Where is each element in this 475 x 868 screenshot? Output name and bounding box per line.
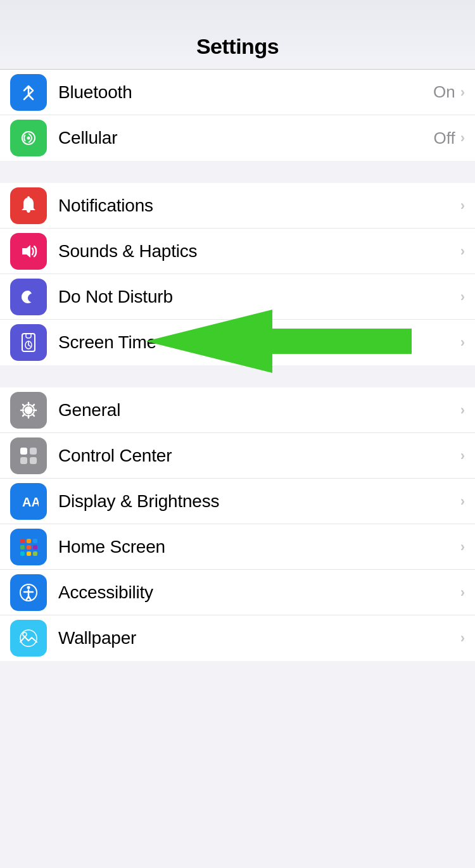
svg-rect-23 [20, 551, 25, 556]
svg-point-29 [23, 632, 27, 636]
wallpaper-chevron: › [460, 630, 465, 646]
svg-rect-12 [20, 448, 27, 455]
sounds-label: Sounds & Haptics [58, 241, 460, 261]
svg-rect-21 [27, 545, 31, 550]
svg-rect-24 [27, 551, 31, 556]
sounds-chevron: › [460, 243, 465, 260]
bluetooth-value: On [433, 82, 455, 102]
settings-row-notifications[interactable]: Notifications › [0, 183, 475, 229]
notifications-icon [10, 187, 47, 224]
page-header: Settings [0, 0, 475, 70]
svg-rect-2 [27, 196, 30, 199]
settings-row-wallpaper[interactable]: Wallpaper › [0, 615, 475, 661]
divider-1 [0, 161, 475, 183]
settings-row-dnd[interactable]: Do Not Disturb › [0, 274, 475, 320]
display-icon: AA [10, 483, 47, 520]
controlcenter-icon [10, 437, 47, 474]
settings-row-homescreen[interactable]: Home Screen › [0, 524, 475, 570]
display-label: Display & Brightness [58, 491, 460, 512]
screentime-chevron: › [460, 334, 465, 351]
dnd-label: Do Not Disturb [58, 287, 460, 307]
accessibility-label: Accessibility [58, 582, 460, 603]
bottom-padding [0, 661, 475, 686]
settings-row-bluetooth[interactable]: Bluetooth On › [0, 70, 475, 115]
wallpaper-label: Wallpaper [58, 628, 460, 648]
wallpaper-icon [10, 620, 47, 657]
general-label: General [58, 400, 460, 420]
svg-rect-15 [30, 457, 37, 464]
screentime-label: Screen Time [58, 332, 460, 353]
controlcenter-chevron: › [460, 448, 465, 464]
sounds-icon [10, 233, 47, 270]
svg-rect-22 [33, 545, 37, 550]
settings-row-controlcenter[interactable]: Control Center › [0, 433, 475, 479]
svg-point-28 [20, 630, 37, 646]
settings-row-sounds[interactable]: Sounds & Haptics › [0, 229, 475, 274]
homescreen-icon [10, 529, 47, 565]
svg-rect-13 [30, 448, 37, 455]
page-title: Settings [196, 34, 279, 58]
svg-marker-3 [22, 245, 30, 258]
bluetooth-label: Bluetooth [58, 82, 433, 103]
general-icon [10, 392, 47, 429]
dnd-icon [10, 279, 47, 315]
display-chevron: › [460, 493, 465, 510]
screentime-icon [10, 324, 47, 361]
svg-rect-18 [27, 539, 31, 543]
cellular-icon [10, 120, 47, 156]
settings-row-display[interactable]: AA Display & Brightness › [0, 479, 475, 524]
accessibility-chevron: › [460, 584, 465, 601]
controlcenter-label: Control Center [58, 446, 460, 466]
notifications-label: Notifications [58, 196, 460, 216]
svg-rect-17 [20, 539, 25, 543]
svg-rect-25 [33, 551, 37, 556]
cellular-chevron: › [460, 130, 465, 146]
svg-rect-20 [20, 545, 25, 550]
svg-text:AA: AA [22, 495, 39, 509]
svg-rect-14 [20, 457, 27, 464]
settings-group-connectivity: Bluetooth On › Cellular Off › [0, 70, 475, 161]
bluetooth-icon [10, 74, 47, 111]
svg-point-27 [27, 586, 30, 589]
svg-rect-19 [33, 539, 37, 543]
notifications-chevron: › [460, 198, 465, 214]
dnd-chevron: › [460, 289, 465, 305]
homescreen-chevron: › [460, 539, 465, 555]
accessibility-icon [10, 574, 47, 611]
cellular-label: Cellular [58, 128, 433, 148]
settings-group-system: Notifications › Sounds & Haptics › Do No… [0, 183, 475, 365]
settings-row-general[interactable]: General › [0, 387, 475, 433]
bluetooth-chevron: › [460, 84, 465, 101]
divider-2 [0, 365, 475, 387]
cellular-value: Off [433, 129, 455, 148]
settings-row-accessibility[interactable]: Accessibility › [0, 570, 475, 615]
settings-group-device: General › Control Center › AA Display & … [0, 387, 475, 661]
settings-row-screentime[interactable]: Screen Time › [0, 320, 475, 365]
general-chevron: › [460, 402, 465, 418]
settings-row-cellular[interactable]: Cellular Off › [0, 115, 475, 161]
svg-point-1 [27, 137, 30, 140]
homescreen-label: Home Screen [58, 537, 460, 557]
svg-line-7 [28, 345, 30, 346]
